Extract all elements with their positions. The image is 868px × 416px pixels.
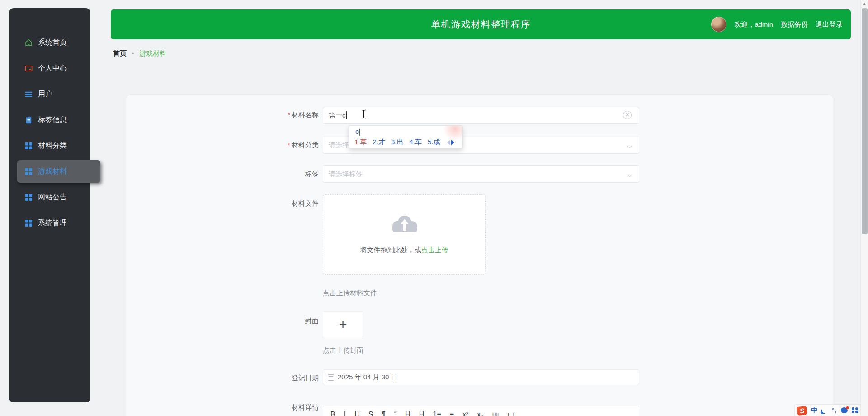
text-cursor-icon [361, 109, 367, 119]
details-editor[interactable]: B I U S ¶ “ H H 1≡ ≡ x² x₂ ▦ ▤ [323, 406, 639, 416]
superscript-icon[interactable]: x² [462, 411, 468, 416]
register-date-input[interactable]: 2025 年 04 月 30 日 [323, 369, 639, 385]
sidebar-menu: 系统首页 个人中心 用户 [9, 8, 90, 236]
sidebar-item-material-category[interactable]: 材料分类 [9, 133, 90, 159]
sogou-dog-icon[interactable] [841, 407, 848, 413]
header-bar: 单机游戏材料整理程序 欢迎，admin 数据备份 退出登录 [111, 9, 851, 39]
sidebar-item-label: 用户 [38, 90, 52, 99]
clear-icon[interactable]: ✕ [623, 111, 632, 119]
required-asterisk: * [288, 111, 290, 118]
upload-cloud-icon [389, 213, 420, 234]
ime-composition: c [355, 128, 360, 136]
page-prev-icon[interactable] [447, 140, 450, 145]
register-date-label: 登记日期 [243, 374, 319, 383]
cover-hint: 点击上传封面 [323, 346, 363, 355]
table-icon[interactable]: ▦ [492, 411, 499, 416]
paragraph-icon[interactable]: ¶ [382, 411, 386, 416]
drag-text: 将文件拖到此处，或 [360, 246, 421, 254]
sidebar-item-game-materials[interactable]: 游戏材料 [9, 159, 90, 184]
bullet-list-icon[interactable]: ≡ [450, 411, 454, 416]
text-caret [346, 111, 347, 119]
material-details-label: 材料详情 [243, 403, 319, 412]
sidebar-item-label: 标签信息 [38, 115, 67, 125]
scrollbar-thumb[interactable] [862, 8, 868, 234]
cover-upload-box[interactable]: + [323, 311, 363, 338]
breadcrumb-current[interactable]: 游戏材料 [139, 49, 166, 58]
cover-label: 封面 [243, 317, 319, 326]
ime-candidate-list: 1.草 2.才 3.出 4.车 5.成 [354, 138, 454, 147]
material-name-value: 第一c [329, 111, 346, 120]
sidebar-item-label: 材料分类 [38, 141, 67, 151]
subscript-icon[interactable]: x₂ [477, 411, 483, 416]
grid-icon [24, 219, 33, 227]
sidebar-item-label: 系统首页 [38, 38, 67, 47]
data-backup-link[interactable]: 数据备份 [781, 20, 808, 29]
grid-icon [24, 142, 33, 150]
home-icon [24, 38, 33, 47]
sidebar-item-system-admin[interactable]: 系统管理 [9, 210, 90, 236]
upload-dropzone[interactable]: 将文件拖到此处，或点击上传 [323, 194, 486, 275]
breadcrumb-home[interactable]: 首页 [113, 49, 127, 58]
ime-candidate[interactable]: 2.才 [373, 138, 386, 147]
chevron-down-icon [627, 171, 632, 177]
sidebar-item-system-home[interactable]: 系统首页 [9, 30, 90, 56]
page-next-icon[interactable] [451, 140, 454, 145]
sogou-logo-icon[interactable]: S [797, 405, 807, 415]
ime-candidate[interactable]: 3.出 [391, 138, 404, 147]
toolbox-grid-icon[interactable] [852, 407, 858, 413]
ordered-list-icon[interactable]: 1≡ [433, 411, 441, 416]
tags-label: 标签 [243, 170, 319, 179]
heading1-icon[interactable]: H [405, 411, 410, 416]
ime-candidate[interactable]: 4.车 [410, 138, 422, 147]
underline-icon[interactable]: U [354, 411, 360, 416]
ime-candidate[interactable]: 5.成 [428, 138, 440, 147]
tags-select[interactable]: 请选择标签 [323, 165, 639, 183]
image-icon[interactable]: ▤ [508, 411, 514, 416]
logout-link[interactable]: 退出登录 [816, 20, 843, 29]
material-name-input[interactable]: 第一c [323, 107, 639, 124]
id-card-icon [24, 64, 33, 73]
upload-instruction: 将文件拖到此处，或点击上传 [323, 246, 485, 255]
tags-placeholder: 请选择标签 [329, 170, 363, 179]
scrollbar-track[interactable] [860, 0, 868, 416]
quote-icon[interactable]: “ [394, 411, 396, 416]
sidebar-item-label: 个人中心 [38, 64, 67, 73]
material-name-label: *材料名称 [243, 111, 319, 119]
heading2-icon[interactable]: H [419, 411, 425, 416]
register-date-value: 2025 年 04 月 30 日 [338, 373, 398, 382]
grid-icon [24, 193, 33, 202]
required-asterisk: * [288, 141, 290, 149]
avatar[interactable] [711, 17, 726, 32]
halfwidth-moon-icon[interactable] [822, 407, 828, 413]
list-icon [24, 90, 33, 99]
punctuation-icon[interactable]: °, [832, 407, 837, 414]
breadcrumb: 首页 • 游戏材料 [113, 49, 166, 58]
header-right-cluster: 欢迎，admin 数据备份 退出登录 [711, 9, 843, 39]
scrollbar-up-arrow-icon[interactable] [863, 3, 866, 5]
sidebar-item-announcements[interactable]: 网站公告 [9, 184, 90, 210]
clipboard-icon [24, 116, 33, 124]
strike-icon[interactable]: S [368, 411, 373, 416]
material-category-label: *材料分类 [243, 141, 319, 150]
ime-status-bar: S 中 °, [795, 405, 868, 416]
ime-popup: c 1.草 2.才 3.出 4.车 5.成 [349, 125, 463, 149]
sidebar-item-profile[interactable]: 个人中心 [9, 56, 90, 81]
sidebar-item-label: 系统管理 [38, 218, 67, 228]
sidebar-item-label: 网站公告 [38, 193, 67, 202]
chinese-mode-icon[interactable]: 中 [811, 406, 818, 415]
bold-icon[interactable]: B [330, 411, 335, 416]
click-upload-link[interactable]: 点击上传 [421, 246, 448, 254]
italic-icon[interactable]: I [344, 411, 346, 416]
calendar-icon [328, 374, 334, 381]
ime-candidate[interactable]: 1.草 [354, 138, 367, 147]
sidebar-item-tags[interactable]: 标签信息 [9, 107, 90, 133]
sidebar: 系统首页 个人中心 用户 [9, 8, 90, 402]
plus-icon: + [339, 317, 347, 332]
grid-icon [24, 167, 33, 176]
welcome-text: 欢迎，admin [734, 20, 773, 29]
chevron-down-icon [627, 142, 632, 148]
ime-page-arrows [447, 140, 454, 145]
sidebar-item-users[interactable]: 用户 [9, 81, 90, 107]
breadcrumb-separator: • [132, 51, 134, 57]
material-file-hint: 点击上传材料文件 [323, 289, 377, 298]
